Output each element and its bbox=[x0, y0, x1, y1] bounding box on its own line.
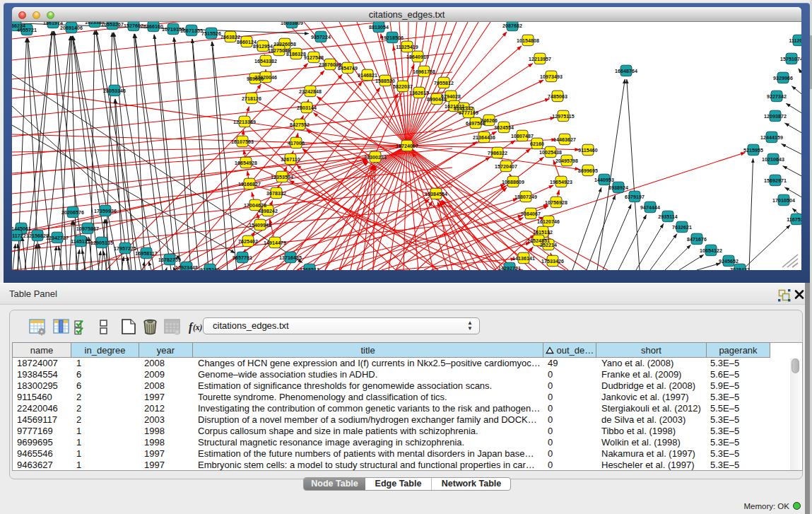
svg-text:8938924: 8938924 bbox=[608, 185, 628, 190]
svg-text:62160: 62160 bbox=[530, 141, 544, 146]
svg-text:1615132: 1615132 bbox=[533, 230, 553, 235]
svg-text:12975115: 12975115 bbox=[552, 114, 575, 119]
svg-text:9474444: 9474444 bbox=[640, 205, 660, 210]
svg-text:9115460: 9115460 bbox=[578, 148, 598, 153]
svg-text:16648764: 16648764 bbox=[615, 69, 637, 74]
svg-text:746266: 746266 bbox=[481, 118, 498, 123]
svg-text:7663822: 7663822 bbox=[220, 35, 240, 40]
svg-text:252214: 252214 bbox=[540, 243, 557, 247]
svg-text:10154808: 10154808 bbox=[517, 38, 539, 43]
svg-text:14463627: 14463627 bbox=[553, 137, 576, 142]
svg-text:16654928: 16654928 bbox=[235, 160, 257, 165]
svg-text:16120746: 16120746 bbox=[537, 219, 560, 224]
svg-text:20495798: 20495798 bbox=[555, 158, 578, 163]
svg-text:5215955: 5215955 bbox=[743, 148, 763, 153]
svg-text:7485063: 7485063 bbox=[548, 94, 567, 99]
svg-text:20206576: 20206576 bbox=[61, 210, 84, 215]
svg-text:15751074: 15751074 bbox=[780, 57, 801, 62]
svg-text:21364436: 21364436 bbox=[473, 135, 495, 140]
svg-text:10973493: 10973493 bbox=[540, 74, 563, 79]
svg-text:3911722: 3911722 bbox=[12, 233, 26, 238]
svg-text:15409948: 15409948 bbox=[249, 223, 271, 228]
svg-text:16961758: 16961758 bbox=[413, 69, 435, 74]
svg-text:6466160: 6466160 bbox=[143, 24, 163, 29]
svg-text:11325419: 11325419 bbox=[396, 45, 418, 49]
svg-text:10807487: 10807487 bbox=[511, 134, 534, 139]
svg-text:12444159: 12444159 bbox=[760, 135, 783, 140]
svg-text:1145131: 1145131 bbox=[71, 239, 90, 244]
svg-text:28053346: 28053346 bbox=[103, 88, 126, 93]
svg-text:17010504: 17010504 bbox=[772, 198, 795, 203]
svg-text:1588520: 1588520 bbox=[375, 78, 395, 83]
svg-text:8427552: 8427552 bbox=[290, 122, 310, 127]
svg-text:1527602: 1527602 bbox=[124, 23, 143, 28]
svg-text:1445061: 1445061 bbox=[12, 226, 31, 231]
svg-text:16671355: 16671355 bbox=[180, 28, 203, 33]
svg-text:9329966: 9329966 bbox=[773, 76, 793, 81]
svg-text:13716485: 13716485 bbox=[279, 255, 302, 260]
svg-text:14914479: 14914479 bbox=[264, 240, 286, 245]
svg-text:7625402: 7625402 bbox=[238, 239, 258, 244]
svg-text:19218506: 19218506 bbox=[381, 35, 404, 40]
svg-text:7986322: 7986322 bbox=[488, 151, 507, 156]
svg-text:8454749: 8454749 bbox=[338, 66, 358, 71]
svg-text:18640910: 18640910 bbox=[406, 54, 429, 59]
svg-text:23242848: 23242848 bbox=[299, 89, 322, 94]
svg-text:12213957: 12213957 bbox=[529, 57, 551, 62]
svg-text:2087682: 2087682 bbox=[502, 23, 522, 28]
svg-text:16782759: 16782759 bbox=[158, 257, 181, 262]
svg-text:17533426: 17533426 bbox=[541, 259, 564, 264]
svg-text:10025438: 10025438 bbox=[539, 150, 562, 155]
svg-text:19384554: 19384554 bbox=[425, 192, 447, 197]
svg-text:4055721: 4055721 bbox=[17, 28, 37, 33]
svg-text:12342737: 12342737 bbox=[46, 235, 69, 240]
svg-text:14136141: 14136141 bbox=[512, 256, 535, 261]
svg-text:(x): (x) bbox=[193, 323, 203, 332]
svg-text:9127548: 9127548 bbox=[304, 55, 324, 60]
svg-text:7632621: 7632621 bbox=[672, 225, 692, 230]
svg-text:10975867: 10975867 bbox=[76, 226, 99, 231]
svg-text:20691406: 20691406 bbox=[60, 25, 83, 30]
svg-text:17359936: 17359936 bbox=[94, 209, 117, 214]
svg-text:19654923: 19654923 bbox=[550, 180, 572, 185]
svg-text:9227342: 9227342 bbox=[767, 94, 787, 99]
svg-text:16543382: 16543382 bbox=[254, 59, 277, 64]
svg-text:2935114: 2935114 bbox=[658, 214, 678, 219]
svg-text:15720407: 15720407 bbox=[495, 164, 517, 169]
svg-text:12353594: 12353594 bbox=[271, 175, 293, 180]
svg-text:18807249: 18807249 bbox=[514, 194, 537, 199]
svg-text:9657791: 9657791 bbox=[233, 255, 252, 260]
svg-text:5822037: 5822037 bbox=[393, 84, 413, 89]
svg-text:9245652: 9245652 bbox=[719, 259, 739, 264]
svg-text:1167533: 1167533 bbox=[787, 217, 801, 222]
svg-text:23226058: 23226058 bbox=[273, 42, 296, 47]
svg-text:10756928: 10756928 bbox=[545, 200, 567, 205]
svg-text:9084067: 9084067 bbox=[521, 211, 541, 216]
svg-text:15692971: 15692971 bbox=[764, 178, 787, 183]
svg-text:16958117: 16958117 bbox=[135, 251, 158, 256]
svg-text:9146821: 9146821 bbox=[358, 73, 377, 78]
svg-text:17004678: 17004678 bbox=[244, 203, 266, 208]
svg-text:10654122: 10654122 bbox=[700, 248, 722, 253]
svg-text:8699695: 8699695 bbox=[578, 168, 598, 173]
svg-text:3267110: 3267110 bbox=[281, 157, 300, 162]
svg-text:8186328: 8186328 bbox=[286, 52, 306, 57]
svg-text:2803144: 2803144 bbox=[297, 105, 317, 110]
svg-text:1362615: 1362615 bbox=[409, 90, 429, 95]
svg-text:10210643: 10210643 bbox=[762, 157, 784, 162]
svg-text:8813054: 8813054 bbox=[369, 25, 389, 30]
svg-text:9135246: 9135246 bbox=[200, 267, 220, 271]
svg-text:9777169: 9777169 bbox=[459, 110, 478, 115]
svg-text:12905135: 12905135 bbox=[90, 240, 113, 245]
svg-text:7955812: 7955812 bbox=[434, 81, 454, 86]
svg-text:4898242: 4898242 bbox=[258, 209, 278, 214]
svg-text:14292721: 14292721 bbox=[498, 266, 521, 271]
svg-text:10688609: 10688609 bbox=[502, 180, 524, 185]
svg-text:9857224: 9857224 bbox=[311, 35, 331, 40]
svg-text:17957275: 17957275 bbox=[114, 246, 136, 251]
svg-text:8471676: 8471676 bbox=[687, 237, 707, 242]
svg-text:12923448: 12923448 bbox=[175, 265, 198, 270]
svg-text:6379197: 6379197 bbox=[625, 194, 645, 199]
svg-text:22420046: 22420046 bbox=[254, 75, 277, 80]
svg-text:12213389: 12213389 bbox=[233, 119, 256, 124]
